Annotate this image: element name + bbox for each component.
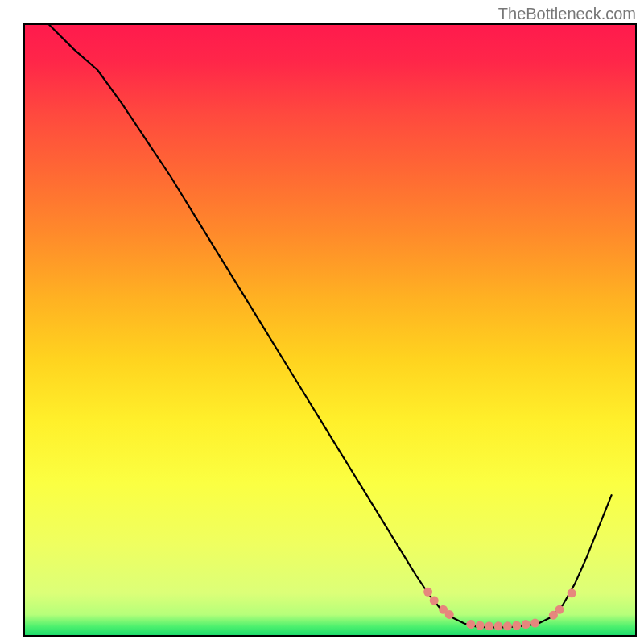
attribution-text: TheBottleneck.com [498,5,636,23]
bottleneck-chart [0,0,644,644]
curve-marker [512,621,521,630]
curve-marker [494,621,503,630]
curve-marker [503,621,512,630]
curve-marker [476,621,485,630]
curve-marker [423,588,432,597]
curve-marker [568,588,576,597]
curve-marker [445,610,454,619]
curve-marker [485,621,493,630]
curve-marker [530,619,539,628]
curve-marker [430,596,439,605]
gradient-background [24,24,636,636]
curve-marker [466,620,475,629]
curve-marker [555,605,564,614]
curve-marker [522,620,530,629]
